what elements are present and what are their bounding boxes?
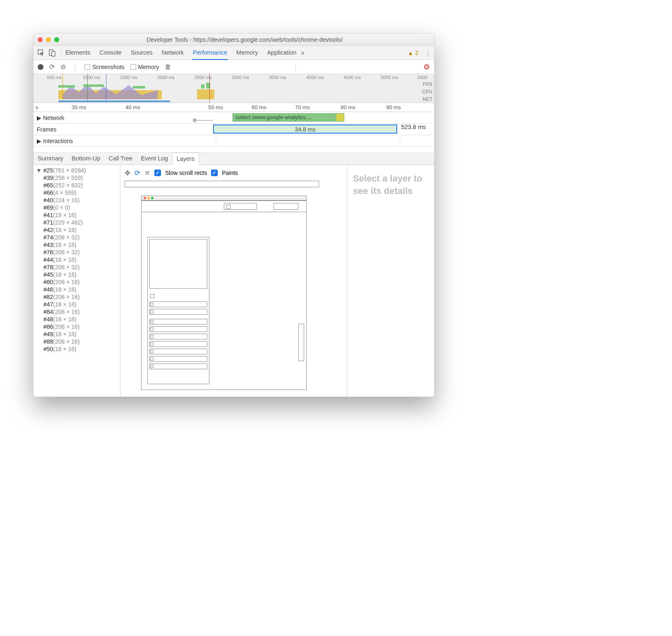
layer-strip [125, 181, 319, 187]
subtab-summary[interactable]: Summary [34, 153, 67, 165]
layer-item[interactable]: #25(761 × 8264) [34, 167, 120, 174]
tick: 4500 ms [343, 75, 361, 80]
rotate-icon[interactable]: ⟳ [134, 169, 140, 177]
reset-icon[interactable]: ⤧ [144, 169, 150, 177]
close-icon[interactable] [38, 37, 43, 42]
tab-application[interactable]: Application [266, 46, 297, 60]
track-rows: ▶ Network collect (www.google-analytics.… [34, 112, 434, 153]
ruler-tick: 30 ms [72, 104, 86, 110]
layer-item[interactable]: #74(208 × 32) [34, 234, 120, 241]
tab-network[interactable]: Network [161, 46, 185, 60]
ruler-tick: 50 ms [208, 104, 223, 110]
tick: 1000 ms [83, 75, 100, 80]
detail-ruler[interactable]: s30 ms40 ms50 ms60 ms70 ms80 ms90 ms [34, 103, 434, 112]
layer-item[interactable]: #78(208 × 32) [34, 263, 120, 271]
overview-timeline[interactable]: 500 ms1000 ms1500 ms2000 ms2500 ms3000 m… [34, 74, 434, 103]
trash-icon[interactable]: 🗑 [165, 63, 171, 71]
layer-item[interactable]: #86(208 × 16) [34, 323, 120, 330]
tab-memory[interactable]: Memory [235, 46, 259, 60]
layer-item[interactable]: #48(18 × 18) [34, 316, 120, 323]
more-tabs-icon[interactable]: » [297, 48, 308, 58]
tab-sources[interactable]: Sources [130, 46, 154, 60]
cpu-flame-chart-2 [197, 82, 214, 99]
layer-item[interactable]: #49(18 × 18) [34, 330, 120, 338]
layer-item[interactable]: #69(0 × 0) [34, 204, 120, 211]
layer-canvas-area[interactable]: ✥ ⟳ ⤧ ✓ Slow scroll rects ✓ Paints [120, 165, 347, 397]
layer-mockup[interactable] [125, 196, 290, 390]
paints-label: Paints [222, 170, 238, 176]
warning-badge[interactable]: ▲ 2 [408, 50, 418, 56]
svg-rect-4 [58, 85, 75, 88]
layer-item[interactable]: #65(252 × 632) [34, 182, 120, 189]
cpu-label: CPU [422, 89, 432, 95]
subtab-layers[interactable]: Layers [172, 153, 199, 165]
minimize-icon[interactable] [46, 37, 51, 42]
frame-next: 523.8 ms [401, 124, 426, 130]
ruler-tick: 40 ms [125, 104, 140, 110]
layer-item[interactable]: #46(18 × 18) [34, 286, 120, 293]
device-toggle-icon[interactable] [47, 48, 58, 58]
tick: 500 ms [47, 75, 62, 80]
tick: 3000 ms [232, 75, 249, 80]
screenshots-checkbox[interactable]: Screenshots [84, 64, 125, 70]
ruler-tick: 80 ms [341, 104, 355, 110]
layer-item[interactable]: #80(208 × 16) [34, 278, 120, 286]
interactions-row[interactable]: ▶ Interactions ⋮ ⋮ [34, 135, 434, 147]
tick: 4000 ms [306, 75, 324, 80]
settings-gear-icon[interactable]: ⚙ [423, 62, 430, 72]
layer-item[interactable]: #40(224 × 16) [34, 196, 120, 204]
layer-item[interactable]: #50(18 × 18) [34, 345, 120, 353]
network-entry[interactable]: collect (www.google-analytics.… [233, 113, 344, 122]
tab-console[interactable]: Console [98, 46, 122, 60]
svg-rect-7 [197, 89, 214, 99]
paints-checkbox[interactable]: ✓ [211, 170, 218, 176]
zoom-icon[interactable] [54, 37, 59, 42]
record-button[interactable] [38, 64, 43, 70]
window-title: Developer Tools - https://developers.goo… [59, 36, 430, 43]
subtab-call-tree[interactable]: Call Tree [104, 153, 137, 165]
memory-checkbox[interactable]: Memory [130, 64, 159, 70]
clear-icon[interactable]: ⊘ [60, 63, 66, 71]
layer-item[interactable]: #84(208 × 16) [34, 308, 120, 316]
tick: 5500 [418, 75, 427, 80]
frame-selected[interactable]: 34.8 ms [213, 124, 397, 134]
layer-tree[interactable]: #25(761 × 8264)#39(256 × 559)#65(252 × 6… [34, 165, 120, 397]
tick: 2000 ms [157, 75, 175, 80]
network-row[interactable]: ▶ Network collect (www.google-analytics.… [34, 112, 434, 124]
main-tabbar: ElementsConsoleSourcesNetworkPerformance… [34, 46, 434, 60]
layer-details-placeholder: Select a layer to see its details [347, 165, 434, 397]
frames-row[interactable]: Frames 34.8 ms 523.8 ms [34, 124, 434, 135]
slow-scroll-checkbox[interactable]: ✓ [154, 170, 161, 176]
subtab-event-log[interactable]: Event Log [137, 153, 172, 165]
layer-item[interactable]: #42(18 × 18) [34, 226, 120, 234]
spacer-row [34, 147, 434, 153]
layer-item[interactable]: #82(208 × 16) [34, 293, 120, 301]
inspect-icon[interactable] [36, 48, 47, 58]
reload-icon[interactable]: ⟳ [49, 63, 55, 71]
window-controls [38, 37, 59, 42]
kebab-menu-icon[interactable]: ⋮ [424, 48, 432, 57]
subtab-bottom-up[interactable]: Bottom-Up [67, 153, 104, 165]
slow-scroll-label: Slow scroll rects [165, 170, 207, 176]
tick: 5000 ms [381, 75, 398, 80]
layer-item[interactable]: #39(256 × 559) [34, 174, 120, 182]
svg-rect-5 [83, 84, 104, 87]
layer-item[interactable]: #47(18 × 18) [34, 301, 120, 308]
tab-performance[interactable]: Performance [192, 46, 228, 60]
layer-item[interactable]: #44(18 × 18) [34, 256, 120, 263]
pan-icon[interactable]: ✥ [125, 169, 130, 177]
layer-item[interactable]: #76(208 × 32) [34, 249, 120, 256]
layer-item[interactable]: #66(4 × 559) [34, 189, 120, 196]
layer-item[interactable]: #88(208 × 16) [34, 338, 120, 345]
titlebar: Developer Tools - https://developers.goo… [34, 33, 434, 46]
layer-item[interactable]: #43(18 × 18) [34, 241, 120, 249]
layer-item[interactable]: #45(18 × 18) [34, 271, 120, 278]
svg-rect-6 [133, 86, 145, 88]
svg-rect-8 [201, 84, 204, 88]
devtools-window: Developer Tools - https://developers.goo… [33, 33, 434, 397]
layer-item[interactable]: #41(18 × 18) [34, 211, 120, 219]
layer-item[interactable]: #71(229 × 482) [34, 219, 120, 226]
tab-elements[interactable]: Elements [65, 46, 91, 60]
svg-rect-2 [52, 51, 55, 56]
ruler-tick: s [36, 104, 38, 110]
